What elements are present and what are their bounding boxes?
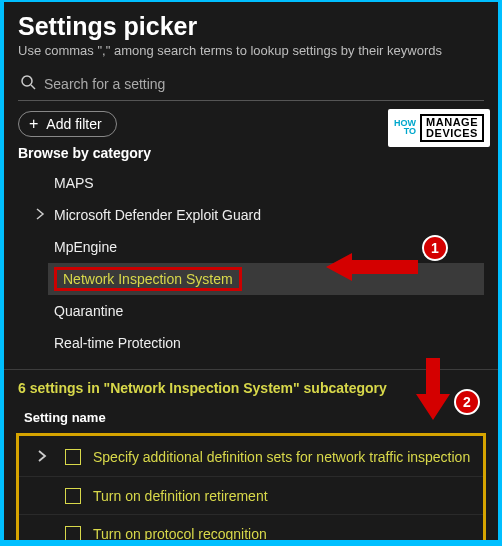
plus-icon: + [29, 116, 38, 132]
chevron-right-icon [34, 207, 46, 223]
checkbox[interactable] [65, 526, 81, 542]
annotation-arrow-down-icon [416, 358, 450, 420]
checkbox[interactable] [65, 488, 81, 504]
add-filter-label: Add filter [46, 116, 101, 132]
category-item-realtime-protection[interactable]: Real-time Protection [54, 327, 484, 359]
add-filter-button[interactable]: + Add filter [18, 111, 117, 137]
svg-line-1 [31, 85, 35, 89]
svg-marker-2 [326, 253, 418, 281]
category-item-defender-exploit-guard[interactable]: Microsoft Defender Exploit Guard [54, 199, 484, 231]
column-header-setting-name[interactable]: Setting name [24, 410, 484, 425]
category-item-quarantine[interactable]: Quarantine [54, 295, 484, 327]
annotation-badge-2: 2 [454, 389, 480, 415]
search-bar[interactable] [18, 68, 484, 101]
annotation-badge-1: 1 [422, 235, 448, 261]
category-tree: MAPS Microsoft Defender Exploit Guard Mp… [54, 167, 484, 359]
checkbox[interactable] [65, 449, 81, 465]
search-icon [20, 74, 36, 94]
watermark-logo: HOWTO MANAGEDEVICES [388, 109, 490, 147]
svg-marker-3 [416, 358, 450, 420]
page-title: Settings picker [18, 12, 484, 41]
category-item-maps[interactable]: MAPS [54, 167, 484, 199]
search-input[interactable] [44, 76, 480, 92]
browse-heading: Browse by category [18, 145, 484, 161]
annotation-arrow-left-icon [326, 250, 418, 284]
setting-row[interactable]: Turn on protocol recognition [19, 514, 483, 546]
svg-point-0 [22, 76, 32, 86]
results-highlight-box: Specify additional definition sets for n… [16, 433, 486, 546]
selected-category-highlight: Network Inspection System [54, 267, 242, 291]
category-item-mpengine[interactable]: MpEngine [54, 231, 484, 263]
page-subtitle: Use commas "," among search terms to loo… [18, 43, 484, 58]
setting-label: Turn on protocol recognition [93, 526, 267, 542]
setting-row[interactable]: Turn on definition retirement [19, 476, 483, 514]
results-count: 6 settings in "Network Inspection System… [18, 380, 484, 396]
setting-label: Turn on definition retirement [93, 488, 268, 504]
category-item-network-inspection-system[interactable]: Network Inspection System [48, 263, 484, 295]
setting-label: Specify additional definition sets for n… [93, 449, 470, 465]
setting-row[interactable]: Specify additional definition sets for n… [19, 438, 483, 476]
chevron-right-icon[interactable] [31, 448, 53, 466]
